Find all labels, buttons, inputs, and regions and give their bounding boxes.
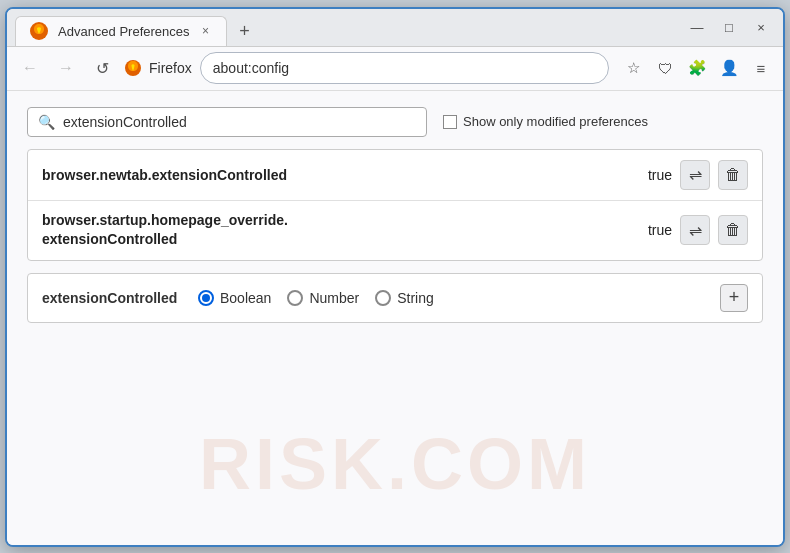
number-radio-circle xyxy=(287,290,303,306)
delete-button-2[interactable]: 🗑 xyxy=(718,215,748,245)
reload-button[interactable]: ↺ xyxy=(87,53,117,83)
exchange-icon-1: ⇌ xyxy=(689,165,702,184)
profile-icon[interactable]: 👤 xyxy=(715,54,743,82)
add-preference-button[interactable]: + xyxy=(720,284,748,312)
watermark: RISK.COM xyxy=(199,423,591,505)
add-preference-row: extensionControlled Boolean Number Strin… xyxy=(27,273,763,323)
string-radio-circle xyxy=(375,290,391,306)
results-table: browser.newtab.extensionControlled true … xyxy=(27,149,763,261)
new-pref-name: extensionControlled xyxy=(42,290,182,306)
search-bar: 🔍 Show only modified preferences xyxy=(27,107,763,137)
tab-title: Advanced Preferences xyxy=(58,24,190,39)
new-tab-button[interactable]: + xyxy=(231,18,259,46)
boolean-label: Boolean xyxy=(220,290,271,306)
pref-value-2: true xyxy=(648,222,672,238)
boolean-radio-option[interactable]: Boolean xyxy=(198,290,271,306)
toggle-button-1[interactable]: ⇌ xyxy=(680,160,710,190)
trash-icon-2: 🗑 xyxy=(725,221,741,239)
show-modified-checkbox[interactable] xyxy=(443,115,457,129)
title-bar: Advanced Preferences × + — □ × xyxy=(7,9,783,47)
search-input[interactable] xyxy=(63,114,416,130)
search-icon: 🔍 xyxy=(38,114,55,130)
exchange-icon-2: ⇌ xyxy=(689,221,702,240)
nav-bar: ← → ↺ Firefox about:config ☆ 🛡 🧩 👤 ≡ xyxy=(7,47,783,91)
pref-name-1: browser.newtab.extensionControlled xyxy=(42,167,640,183)
search-input-wrap[interactable]: 🔍 xyxy=(27,107,427,137)
back-button[interactable]: ← xyxy=(15,53,45,83)
extension-icon[interactable]: 🧩 xyxy=(683,54,711,82)
table-row: browser.startup.homepage_override.extens… xyxy=(28,201,762,260)
url-bar[interactable]: about:config xyxy=(200,52,609,84)
close-button[interactable]: × xyxy=(747,13,775,41)
tab-firefox-icon xyxy=(28,20,50,42)
bookmark-icon[interactable]: ☆ xyxy=(619,54,647,82)
nav-icons: ☆ 🛡 🧩 👤 ≡ xyxy=(619,54,775,82)
trash-icon-1: 🗑 xyxy=(725,166,741,184)
browser-window: Advanced Preferences × + — □ × ← → ↺ Fir… xyxy=(5,7,785,547)
table-row: browser.newtab.extensionControlled true … xyxy=(28,150,762,201)
string-radio-option[interactable]: String xyxy=(375,290,434,306)
show-modified-option[interactable]: Show only modified preferences xyxy=(443,114,648,129)
maximize-button[interactable]: □ xyxy=(715,13,743,41)
delete-button-1[interactable]: 🗑 xyxy=(718,160,748,190)
type-radio-group: Boolean Number String xyxy=(198,290,704,306)
url-text: about:config xyxy=(213,60,596,76)
boolean-radio-circle xyxy=(198,290,214,306)
pref-value-1: true xyxy=(648,167,672,183)
menu-icon[interactable]: ≡ xyxy=(747,54,775,82)
number-radio-option[interactable]: Number xyxy=(287,290,359,306)
number-label: Number xyxy=(309,290,359,306)
shield-icon[interactable]: 🛡 xyxy=(651,54,679,82)
minimize-button[interactable]: — xyxy=(683,13,711,41)
show-modified-label: Show only modified preferences xyxy=(463,114,648,129)
active-tab[interactable]: Advanced Preferences × xyxy=(15,16,227,46)
forward-button[interactable]: → xyxy=(51,53,81,83)
tab-close-button[interactable]: × xyxy=(198,23,214,39)
toggle-button-2[interactable]: ⇌ xyxy=(680,215,710,245)
window-controls: — □ × xyxy=(683,13,775,41)
tab-area: Advanced Preferences × + xyxy=(15,9,683,46)
pref-name-2: browser.startup.homepage_override.extens… xyxy=(42,211,640,250)
string-label: String xyxy=(397,290,434,306)
page-content: RISK.COM 🔍 Show only modified preference… xyxy=(7,91,783,545)
firefox-logo-icon xyxy=(123,58,143,78)
browser-name: Firefox xyxy=(149,60,192,76)
